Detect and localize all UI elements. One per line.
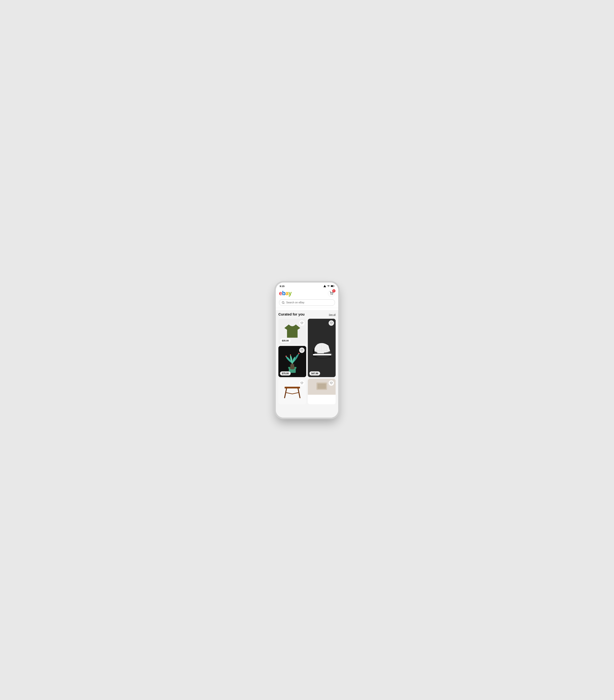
svg-point-4 [331,295,331,295]
signal-icon [323,285,326,287]
cart-button[interactable]: 9 [328,290,335,297]
phone-frame: 9:15 ebay [276,283,338,417]
svg-rect-15 [313,354,331,355]
wishlist-button-tshirt[interactable] [299,320,305,326]
status-bar: 9:15 [276,283,338,288]
svg-point-25 [298,353,300,354]
logo-y: y [289,290,292,297]
see-all-link[interactable]: See all [329,313,336,316]
logo-b: b [282,290,285,297]
search-bar-container: Search on eBay [276,298,338,308]
logo-e: e [279,290,282,297]
heart-icon-misc [330,382,333,384]
wishlist-button-misc[interactable] [329,380,334,386]
search-icon [282,301,285,304]
heart-icon [300,322,303,324]
wishlist-button-sneakers[interactable] [329,320,334,326]
ebay-logo: ebay [279,290,292,297]
misc-svg [315,381,328,392]
product-card-tshirt[interactable]: $35.00 [278,319,306,344]
price-badge-sneakers: $47.99 [309,371,320,376]
app-header: ebay 9 [276,288,338,298]
header-divider [276,308,338,308]
wishlist-button-plant[interactable] [299,348,305,353]
svg-rect-33 [317,384,326,389]
svg-line-20 [290,364,291,365]
sneakers-svg [310,332,333,364]
tshirt-svg [283,323,301,340]
svg-rect-3 [331,286,333,287]
main-content: Curated for you See all $35.00 [276,310,338,417]
product-card-misc[interactable] [308,379,336,404]
sneakers-image [308,319,336,377]
svg-point-26 [290,354,291,355]
heart-icon-table [300,382,303,384]
svg-line-30 [285,392,292,394]
svg-point-5 [332,295,333,295]
price-badge-plant: $75.00 [280,371,291,376]
svg-marker-0 [323,285,326,287]
wishlist-button-table[interactable] [299,380,305,386]
logo-a: a [285,290,289,297]
svg-line-29 [298,388,300,398]
svg-line-7 [284,303,284,303]
heart-icon-sneakers [330,322,333,324]
status-time: 9:15 [280,285,284,288]
battery-icon [331,285,334,287]
curated-title: Curated for you [278,312,305,316]
product-card-table[interactable] [278,379,306,404]
wifi-icon [327,285,330,287]
search-placeholder: Search on eBay [286,301,305,304]
price-badge-tshirt: $35.00 [280,339,291,343]
products-grid: $35.00 [278,319,336,404]
table-svg [283,382,302,401]
svg-line-28 [285,388,286,398]
curated-section-header: Curated for you See all [278,312,336,316]
svg-point-24 [285,355,287,357]
svg-line-31 [292,392,299,394]
search-bar[interactable]: Search on eBay [279,299,335,306]
plant-svg [283,349,302,374]
svg-rect-16 [317,352,324,354]
product-card-sneakers[interactable]: $47.99 [308,319,336,377]
heart-icon-plant [300,349,303,351]
cart-badge: 9 [332,289,335,292]
status-icons [323,285,334,287]
svg-rect-2 [334,286,334,286]
product-card-plant[interactable]: $75.00 [278,346,306,377]
